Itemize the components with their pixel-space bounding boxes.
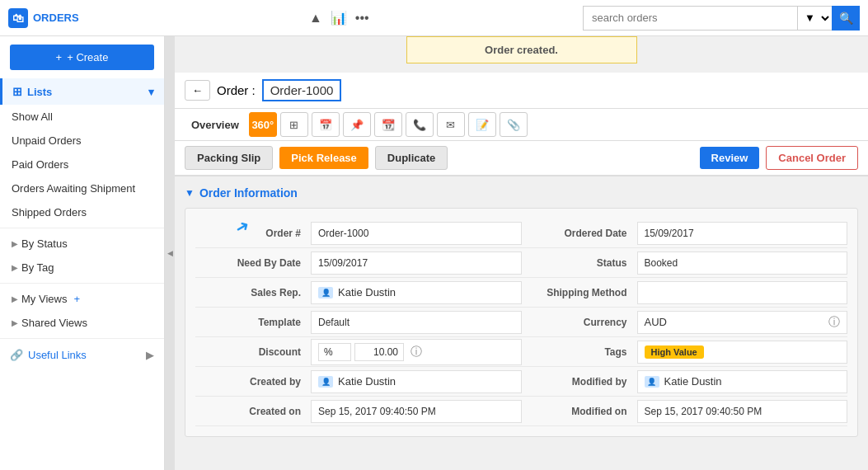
chart-bar-icon[interactable]: 📊 [331, 10, 347, 26]
back-button[interactable]: ← [185, 80, 210, 101]
sidebar-shared-views-label: Shared Views [21, 317, 87, 329]
discount-type: % [318, 343, 351, 361]
back-icon: ← [192, 84, 203, 96]
currency-value: AUD ⓘ [637, 311, 848, 334]
search-input[interactable] [583, 6, 797, 31]
plus-icon: + [56, 51, 63, 63]
search-button[interactable]: 🔍 [832, 6, 860, 31]
packing-slip-button[interactable]: Packing Slip [185, 146, 273, 170]
sidebar-item-unpaid-orders[interactable]: Unpaid Orders [0, 129, 164, 153]
packing-slip-label: Packing Slip [197, 152, 260, 164]
status-value: Booked [637, 251, 848, 275]
tab-pin[interactable]: 📌 [343, 112, 371, 137]
need-by-date-label: Need By Date [195, 257, 311, 269]
modified-on-row: Modified on Sep 15, 2017 09:40:50 PM [522, 397, 848, 426]
cancel-order-button[interactable]: Cancel Order [766, 146, 858, 170]
sidebar-item-show-all-label: Show All [12, 110, 53, 123]
sidebar-item-shipped-label: Shipped Orders [12, 206, 87, 219]
tag-badge: High Value [645, 345, 704, 359]
duplicate-label: Duplicate [387, 152, 436, 164]
currency-row: Currency AUD ⓘ [522, 308, 848, 337]
discount-value: % 10.00 ⓘ [311, 339, 522, 365]
add-view-icon[interactable]: + [73, 293, 80, 305]
sidebar: + + Create ⊞ Lists ▾ Show All Unpaid Ord… [0, 36, 165, 470]
caret-right-icon-3: ▶ [12, 294, 18, 303]
create-button[interactable]: + + Create [10, 45, 154, 70]
sidebar-item-shared-views[interactable]: ▶ Shared Views [0, 311, 164, 335]
sidebar-lists-header[interactable]: ⊞ Lists ▾ [0, 78, 164, 105]
tab-360[interactable]: 360° [249, 112, 277, 137]
pick-release-button[interactable]: Pick Release [279, 147, 368, 169]
chart-up-icon[interactable]: ▲ [309, 11, 322, 26]
caret-right-icon: ▶ [12, 239, 18, 248]
sidebar-divider-1 [0, 228, 164, 228]
tab-overview[interactable]: Overview [185, 112, 246, 137]
modified-by-name: Katie Dustin [664, 375, 722, 388]
sidebar-toggle[interactable]: ◀ [165, 36, 175, 470]
sidebar-item-paid-label: Paid Orders [12, 158, 68, 171]
section-chevron-icon[interactable]: ▼ [185, 187, 195, 199]
top-bar: 🛍 ORDERS ▲ 📊 ••• ▼ 🔍 [0, 0, 868, 36]
tab-overview-label: Overview [191, 119, 239, 131]
created-by-value: 👤 Katie Dustin [311, 370, 522, 393]
search-dropdown[interactable]: ▼ [797, 6, 832, 31]
sidebar-item-show-all[interactable]: Show All [0, 105, 164, 129]
section-header: ▼ Order Information [185, 186, 858, 200]
sidebar-lists-section: ⊞ Lists ▾ Show All Unpaid Orders Paid Or… [0, 78, 164, 335]
tab-360-label: 360° [251, 119, 274, 131]
review-button[interactable]: Review [700, 147, 760, 169]
tab-phone[interactable]: 📞 [406, 112, 434, 137]
tab-schedule[interactable]: 📆 [374, 112, 402, 137]
pick-release-label: Pick Release [291, 152, 357, 164]
sidebar-item-orders-awaiting-shipment[interactable]: Orders Awaiting Shipment [0, 176, 164, 200]
tab-table[interactable]: ⊞ [280, 112, 308, 137]
template-row: Template Default [195, 308, 522, 337]
app-logo: 🛍 ORDERS [8, 8, 79, 28]
order-number-value: Order-1000 [311, 222, 522, 245]
sidebar-lists-label: Lists [27, 86, 52, 98]
template-value: Default [311, 311, 522, 334]
tags-label: Tags [522, 346, 637, 358]
order-content: ▼ Order Information ➜ Order # Order-1000… [175, 176, 868, 447]
ordered-date-row: Ordered Date 15/09/2017 [522, 219, 848, 248]
sidebar-item-paid-orders[interactable]: Paid Orders [0, 153, 164, 176]
attachments-icon: 📎 [507, 119, 520, 131]
currency-info-icon[interactable]: ⓘ [828, 315, 840, 330]
sales-rep-row: Sales Rep. 👤 Katie Dustin [195, 278, 522, 308]
modified-by-row: Modified by 👤 Katie Dustin [522, 367, 848, 397]
tab-email[interactable]: ✉ [437, 112, 465, 137]
section-title: Order Information [199, 186, 298, 200]
shipping-method-row: Shipping Method [522, 278, 848, 308]
notes-icon: 📝 [476, 119, 489, 131]
created-by-label: Created by [195, 376, 311, 388]
modified-on-value: Sep 15, 2017 09:40:50 PM [637, 400, 848, 423]
sidebar-item-shipped-orders[interactable]: Shipped Orders [0, 200, 164, 224]
table-icon: ⊞ [289, 119, 298, 131]
tab-attachments[interactable]: 📎 [500, 112, 528, 137]
tab-calendar[interactable]: 📅 [312, 112, 340, 137]
discount-row: Discount % 10.00 ⓘ [195, 337, 522, 367]
main-layout: + + Create ⊞ Lists ▾ Show All Unpaid Ord… [0, 36, 868, 470]
shipping-method-value [637, 281, 848, 304]
top-bar-center: ▲ 📊 ••• [96, 10, 583, 26]
sidebar-item-by-tag[interactable]: ▶ By Tag [0, 256, 164, 280]
arrow-right-icon: ▶ [146, 349, 154, 361]
sidebar-useful-links[interactable]: 🔗 Useful Links ▶ [0, 342, 164, 368]
created-on-value: Sep 15, 2017 09:40:50 PM [311, 400, 522, 423]
order-form: ➜ Order # Order-1000 Need By Date 15/09/… [185, 208, 858, 437]
discount-info-icon[interactable]: ⓘ [411, 345, 422, 360]
duplicate-button[interactable]: Duplicate [375, 146, 448, 170]
order-number-label: Order # [195, 228, 311, 239]
more-icon[interactable]: ••• [355, 11, 369, 26]
tab-notes[interactable]: 📝 [468, 112, 496, 137]
form-grid: Order # Order-1000 Need By Date 15/09/20… [195, 219, 847, 426]
sales-rep-label: Sales Rep. [195, 287, 311, 298]
left-column: Order # Order-1000 Need By Date 15/09/20… [195, 219, 522, 426]
caret-right-icon-2: ▶ [12, 263, 18, 272]
ordered-date-label: Ordered Date [522, 228, 637, 239]
order-header: ← Order : Order-1000 [175, 73, 868, 109]
template-label: Template [195, 317, 311, 328]
sidebar-item-by-status[interactable]: ▶ By Status [0, 232, 164, 256]
grid-icon: ⊞ [12, 85, 22, 98]
sidebar-item-my-views[interactable]: ▶ My Views + [0, 287, 164, 311]
